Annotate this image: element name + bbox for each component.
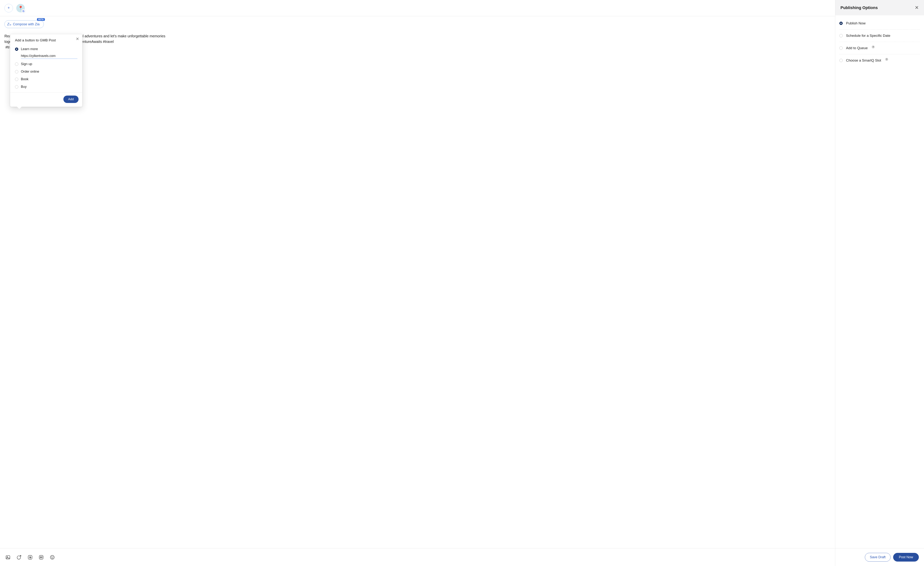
publishing-option-label: Publish Now bbox=[846, 21, 866, 26]
help-icon[interactable]: ? bbox=[885, 58, 888, 61]
gmb-url-input[interactable] bbox=[21, 53, 77, 59]
add-channel-button[interactable] bbox=[4, 4, 13, 12]
popover-close-button[interactable]: ✕ bbox=[75, 36, 80, 42]
radio-icon bbox=[839, 22, 843, 25]
radio-icon bbox=[839, 59, 843, 62]
svg-point-13 bbox=[52, 557, 53, 557]
gmb-option-row[interactable]: Order online bbox=[15, 68, 77, 75]
gmb-option-row[interactable]: Buy bbox=[15, 83, 77, 90]
compose-area: BETA Zᵢₐ Compose with Zia Ready to explo… bbox=[0, 16, 835, 548]
radio-icon bbox=[15, 48, 18, 51]
sidebar-title: Publishing Options bbox=[840, 5, 878, 10]
channel-avatar[interactable]: 📍 G bbox=[16, 4, 25, 12]
gmb-option-label: Learn more bbox=[21, 47, 38, 51]
close-icon: ✕ bbox=[915, 5, 919, 11]
zia-button-label: Compose with Zia bbox=[13, 23, 39, 26]
hashtag-icon[interactable] bbox=[39, 554, 44, 560]
post-now-button[interactable]: Post Now bbox=[893, 553, 919, 561]
popover-title: Add a button to GMB Post bbox=[15, 38, 77, 42]
gmb-option-label: Book bbox=[21, 77, 28, 81]
radio-icon bbox=[839, 34, 843, 38]
svg-point-3 bbox=[7, 556, 8, 557]
share-icon[interactable] bbox=[16, 554, 22, 560]
svg-rect-6 bbox=[39, 555, 43, 559]
image-icon[interactable] bbox=[5, 554, 11, 560]
plus-icon bbox=[7, 6, 10, 10]
save-draft-button[interactable]: Save Draft bbox=[865, 553, 891, 561]
svg-point-12 bbox=[51, 557, 52, 557]
publishing-option-row[interactable]: Add to Queue? bbox=[839, 42, 920, 54]
radio-icon bbox=[15, 78, 18, 81]
channel-header: 📍 G bbox=[0, 0, 835, 16]
close-icon: ✕ bbox=[76, 37, 79, 41]
gmb-option-row[interactable]: Learn more bbox=[15, 45, 77, 53]
gmb-option-row[interactable]: Sign up bbox=[15, 60, 77, 68]
publishing-option-row[interactable]: Choose a SmartQ Slot? bbox=[839, 54, 920, 66]
gmb-button-popover: ✕ Add a button to GMB Post Learn moreSig… bbox=[10, 34, 82, 107]
gmb-add-button[interactable]: Add bbox=[63, 96, 78, 103]
gmb-option-label: Sign up bbox=[21, 62, 32, 66]
compose-with-zia-button[interactable]: Zᵢₐ Compose with Zia bbox=[4, 20, 44, 28]
gmb-option-row[interactable]: Book bbox=[15, 75, 77, 83]
publishing-option-row[interactable]: Publish Now bbox=[839, 17, 920, 30]
radio-icon bbox=[15, 70, 18, 74]
publishing-sidebar: Publishing Options ✕ Publish NowSchedule… bbox=[835, 0, 924, 566]
help-icon[interactable]: ? bbox=[872, 45, 874, 48]
publishing-option-row[interactable]: Schedule for a Specific Date bbox=[839, 30, 920, 42]
emoji-icon[interactable] bbox=[50, 554, 55, 560]
beta-badge: BETA bbox=[37, 18, 45, 21]
svg-line-7 bbox=[40, 556, 40, 558]
sidebar-close-button[interactable]: ✕ bbox=[915, 5, 919, 11]
google-badge-icon: G bbox=[21, 9, 26, 13]
radio-icon bbox=[15, 63, 18, 66]
publishing-option-label: Choose a SmartQ Slot bbox=[846, 59, 881, 63]
publishing-option-label: Schedule for a Specific Date bbox=[846, 34, 890, 38]
gmb-option-label: Order online bbox=[21, 70, 39, 74]
compose-toolbar bbox=[0, 548, 835, 566]
svg-point-11 bbox=[51, 555, 54, 559]
radio-icon bbox=[15, 85, 18, 89]
footer-actions: Save Draft Post Now bbox=[835, 548, 924, 566]
gmb-option-label: Buy bbox=[21, 85, 27, 89]
svg-rect-2 bbox=[6, 555, 10, 559]
radio-icon bbox=[839, 47, 843, 50]
gmb-icon[interactable] bbox=[27, 554, 33, 560]
publishing-option-label: Add to Queue bbox=[846, 46, 868, 50]
zia-icon: Zᵢₐ bbox=[7, 22, 11, 26]
